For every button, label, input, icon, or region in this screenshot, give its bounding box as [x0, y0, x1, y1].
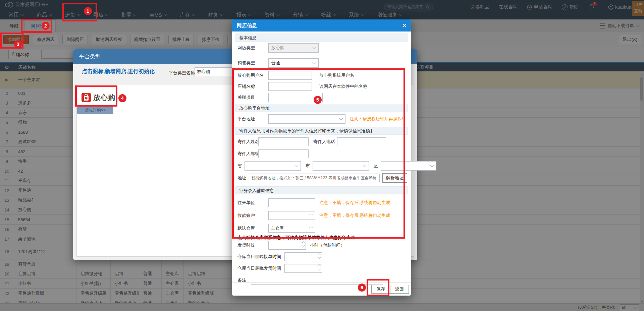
- shop-type-value: 放心购: [271, 45, 284, 51]
- partner-note: 注意：不填，保存后,系统将自动生成: [319, 200, 390, 206]
- province-label: 省: [237, 163, 242, 169]
- section-basic-info: 基本信息: [235, 34, 408, 42]
- fangxingou-username-input[interactable]: [268, 71, 312, 80]
- username-note: 放心购系统用户名: [319, 72, 354, 78]
- sender-phone-label: 寄件人电话: [313, 139, 335, 145]
- region-row: 省 市 区: [237, 162, 436, 170]
- latest-accept-label: 仓库当日最晚接单时间: [237, 254, 284, 260]
- sale-type-select[interactable]: 普通: [268, 58, 319, 68]
- account-note: 注意：不填，保存后,系统将自动生成: [319, 212, 390, 219]
- platform-type-name-label: 平台类型名称:: [169, 70, 196, 76]
- parse-address-button[interactable]: 解析地址: [382, 173, 407, 183]
- account-label: 收款账户: [237, 212, 268, 219]
- ellipsis-picker-icon[interactable]: ···: [309, 225, 314, 229]
- warehouse-label: 默认仓库: [237, 225, 268, 231]
- stepper-arrows[interactable]: [318, 253, 321, 258]
- section-sender-info: 寄件人信息【可作为物流单的寄件人信息打印出来，请确保信息准确】: [235, 127, 408, 135]
- footer-divider: [232, 282, 411, 283]
- sender-zip-label: 寄件人邮编: [237, 151, 258, 157]
- province-select[interactable]: [245, 161, 301, 171]
- fangxingou-brand-label: 放心购: [93, 93, 115, 102]
- fangxingou-bag-icon: [82, 93, 91, 102]
- latest-ship-input[interactable]: [284, 264, 322, 273]
- username-label: 放心购用户名: [237, 72, 268, 78]
- fangxingou-platform-tile[interactable]: 放心购: [82, 93, 115, 102]
- district-label: 区: [374, 163, 378, 169]
- platform-dialog-title: 平台类型: [79, 53, 101, 60]
- order-first-button[interactable]: 请先订购>>: [77, 107, 113, 114]
- latest-ship-label: 仓库当日最晚发货时间: [237, 265, 284, 271]
- shop-type-select[interactable]: 放心购: [268, 43, 319, 53]
- stepper-arrows[interactable]: [302, 242, 305, 247]
- chevron-down-icon: [339, 116, 343, 120]
- ellipsis-picker-icon[interactable]: ···: [309, 200, 314, 204]
- platform-address-label: 平台地址: [237, 116, 268, 122]
- address-row: 地址 解析地址: [237, 174, 407, 182]
- sender-name-input[interactable]: [258, 137, 309, 146]
- latest-accept-input[interactable]: [284, 252, 322, 261]
- address-label: 地址: [237, 175, 246, 181]
- sale-type-row: 销售类型 普通: [237, 59, 319, 67]
- shop-dialog-title: 网店信息: [237, 22, 257, 29]
- platform-address-row: 平台地址 注意：请授权店铺后再操作!: [237, 115, 403, 123]
- shop-name-label: 店铺名称: [237, 83, 268, 89]
- section-platform-address: 放心购平台地址: [235, 104, 408, 112]
- erp-screen: 管家婆网店ERP 请输入菜单名后回车 兑换礼品 在线咨询: [0, 0, 644, 311]
- linked-project-label: 关联项目: [237, 95, 268, 101]
- default-warehouse-input[interactable]: [268, 224, 315, 233]
- linked-project-row: 关联项目: [237, 93, 323, 102]
- save-button[interactable]: 保存: [371, 285, 390, 294]
- sender-name-label: 寄件人姓名: [237, 139, 258, 145]
- shop-name-input[interactable]: [268, 82, 312, 91]
- linked-project-select[interactable]: [268, 93, 323, 102]
- partner-label: 往来单位: [237, 200, 268, 206]
- shop-name-row: 店铺名称 该网店在本软件中的名称: [237, 82, 367, 91]
- chevron-down-icon: [363, 163, 366, 167]
- delivery-unit-label: 小时（付款时间）: [310, 242, 345, 248]
- city-select[interactable]: [313, 161, 369, 171]
- chevron-down-icon: [430, 163, 434, 167]
- latest-accept-row: 仓库当日最晚接单时间: [237, 252, 322, 261]
- partner-input[interactable]: [268, 198, 315, 207]
- sale-type-label: 销售类型: [237, 60, 268, 66]
- warehouse-row: 默认仓库 ···: [237, 224, 315, 233]
- remark-input[interactable]: [251, 276, 383, 285]
- sender-zip-row: 寄件人邮编: [237, 149, 309, 158]
- sale-type-value: 普通: [271, 60, 280, 66]
- shop-info-dialog: 网店信息 × 基本信息 网店类型 放心购 销售类型 普通 放心购用户名 放心购系…: [232, 19, 411, 296]
- ellipsis-picker-icon[interactable]: ···: [309, 212, 314, 216]
- shop-type-label: 网店类型: [237, 45, 268, 51]
- warehouse-hint: 点击编辑仓库联系信息，可作为物流单的寄件人信息打印出来: [237, 235, 355, 241]
- account-row: 收款账户 ··· 注意：不填，保存后,系统将自动生成: [237, 211, 390, 220]
- sender-name-phone-row: 寄件人姓名 寄件人电话: [237, 137, 386, 146]
- delivery-time-label: 发货时效: [237, 242, 268, 248]
- delivery-time-row: 发货时效 小时（付款时间）: [237, 241, 345, 250]
- shop-type-row: 网店类型 放心购: [237, 44, 319, 52]
- smart-address-input[interactable]: [249, 174, 380, 182]
- remark-row: 备注: [237, 276, 383, 285]
- chevron-down-icon: [316, 95, 320, 99]
- section-aux-info: 业务录入辅助信息: [235, 186, 408, 194]
- close-icon[interactable]: ×: [402, 22, 406, 28]
- platform-hint-link[interactable]: 点击图标,新增网店,进行初始化: [82, 68, 155, 75]
- account-input[interactable]: [268, 211, 315, 220]
- district-select[interactable]: [381, 161, 436, 171]
- sender-zip-input[interactable]: [258, 149, 309, 158]
- chevron-down-icon: [312, 45, 316, 49]
- chevron-down-icon: [312, 60, 316, 64]
- partner-row: 往来单位 ··· 注意：不填，保存后,系统将自动生成: [237, 198, 390, 207]
- shop-dialog-titlebar: 网店信息 ×: [232, 19, 411, 32]
- stepper-arrows[interactable]: [318, 265, 321, 270]
- platform-address-select[interactable]: [268, 114, 345, 124]
- shop-name-note: 该网店在本软件中的名称: [319, 83, 367, 89]
- username-row: 放心购用户名 放心购系统用户名: [237, 71, 354, 80]
- city-label: 市: [306, 163, 310, 169]
- back-button[interactable]: 返回: [390, 285, 409, 294]
- sender-phone-input[interactable]: [337, 137, 386, 146]
- latest-ship-row: 仓库当日最晚发货时间: [237, 264, 322, 273]
- chevron-down-icon: [294, 163, 298, 167]
- delivery-time-input[interactable]: [268, 241, 306, 250]
- platform-address-note: 注意：请授权店铺后再操作!: [350, 116, 403, 122]
